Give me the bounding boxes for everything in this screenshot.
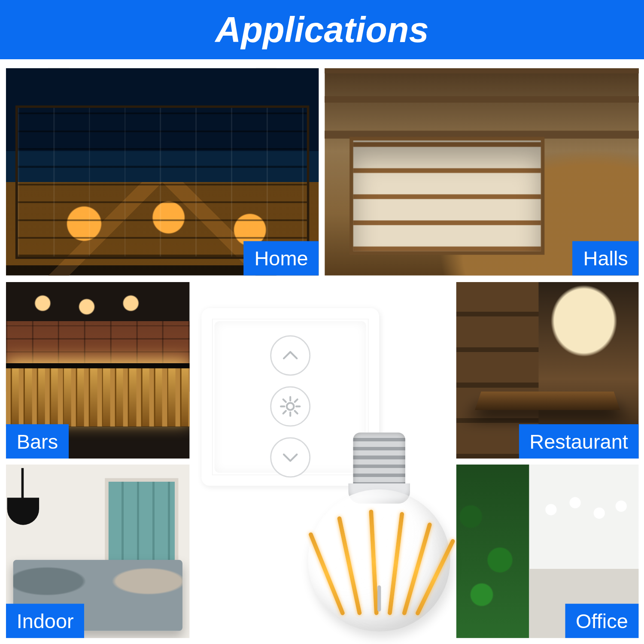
- label-bars: Bars: [6, 424, 69, 459]
- brightness-up-button[interactable]: [270, 335, 310, 376]
- tile-halls: Halls: [325, 68, 638, 276]
- header-bar: Applications: [0, 0, 644, 59]
- label-restaurant: Restaurant: [519, 424, 638, 459]
- label-home: Home: [244, 241, 319, 276]
- tile-restaurant: Restaurant: [456, 282, 639, 459]
- bulb-filaments-icon: [326, 504, 432, 622]
- lamp-icon: [6, 468, 51, 551]
- svg-line-6: [295, 411, 298, 413]
- bulb-screw-icon: [353, 432, 405, 489]
- chevron-up-icon: [279, 345, 301, 366]
- svg-line-5: [283, 399, 286, 402]
- tile-indoor: Indoor: [6, 465, 190, 638]
- tile-bars: Bars: [6, 282, 190, 459]
- svg-point-0: [287, 403, 294, 410]
- label-indoor: Indoor: [6, 604, 85, 638]
- product-center: [195, 284, 450, 640]
- tile-home: Home: [6, 68, 319, 276]
- applications-grid: Home Halls Bars Restaurant Indoor Office: [0, 59, 644, 644]
- light-toggle-button[interactable]: [270, 386, 310, 427]
- header-title: Applications: [216, 9, 429, 50]
- label-office: Office: [565, 604, 638, 638]
- svg-line-8: [283, 411, 286, 413]
- svg-line-7: [295, 399, 298, 402]
- sun-icon: [279, 396, 301, 417]
- chevron-down-icon: [279, 447, 301, 468]
- light-bulb: [302, 432, 456, 644]
- tile-office: Office: [456, 465, 639, 638]
- label-halls: Halls: [573, 241, 639, 276]
